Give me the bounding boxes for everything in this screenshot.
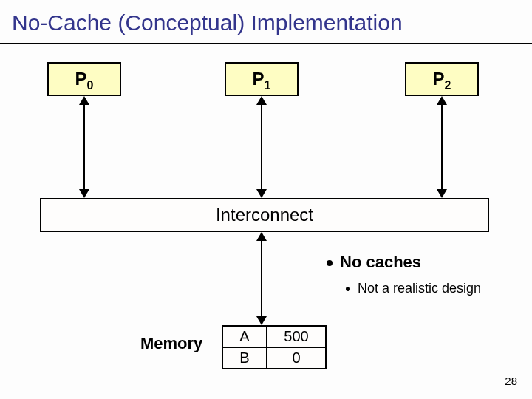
memory-key-0: A [222, 326, 267, 347]
processor-0: P0 [47, 62, 121, 96]
bullet-sub-text: Not a realistic design [358, 281, 481, 296]
processor-1-sub: 1 [265, 79, 271, 92]
memory-table: A 500 B 0 [222, 325, 327, 369]
arrow-p1-interconnect [261, 98, 262, 197]
title-underline [0, 43, 532, 44]
bullet-main: No caches [327, 253, 525, 272]
memory-key-1: B [222, 347, 267, 369]
bullet-sub: Not a realistic design [346, 281, 525, 296]
processor-2-sub: 2 [445, 79, 451, 92]
memory-val-0: 500 [267, 326, 326, 347]
page-title: No-Cache (Conceptual) Implementation [12, 10, 403, 35]
slide: No-Cache (Conceptual) Implementation P0 … [0, 0, 532, 399]
processor-0-sub: 0 [87, 79, 94, 92]
memory-val-1: 0 [267, 347, 326, 369]
processor-1-label: P [253, 69, 265, 89]
processor-0-label: P [75, 69, 87, 89]
processor-2: P2 [405, 62, 479, 96]
bullet-list: No caches Not a realistic design [327, 253, 525, 296]
processor-1: P1 [225, 62, 299, 96]
arrow-interconnect-memory [261, 233, 262, 324]
page-number: 28 [505, 375, 517, 387]
bullet-dot-icon [346, 287, 350, 291]
interconnect-bus: Interconnect [40, 198, 489, 232]
bullet-dot-icon [327, 260, 332, 266]
arrow-p2-interconnect [441, 98, 443, 197]
table-row: A 500 [222, 326, 326, 347]
table-row: B 0 [222, 347, 326, 369]
memory-label: Memory [140, 334, 202, 353]
bullet-main-text: No caches [340, 253, 421, 271]
processor-2-label: P [433, 69, 445, 89]
arrow-p0-interconnect [83, 98, 85, 197]
